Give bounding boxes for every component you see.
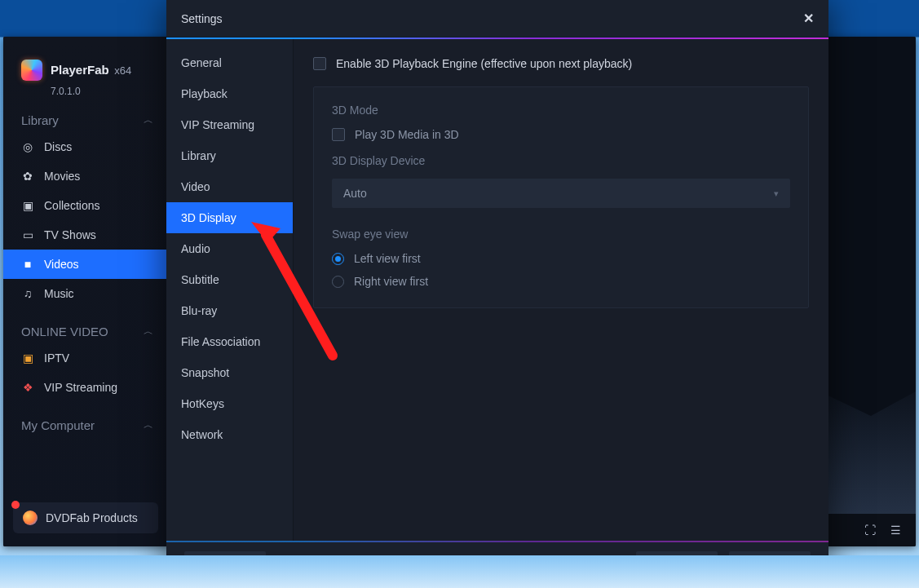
swap-left-radio[interactable] xyxy=(332,253,344,265)
sidebar-section-label: Library xyxy=(21,113,59,127)
sidebar-item-movies[interactable]: ✿Movies xyxy=(3,161,168,191)
nav-audio[interactable]: Audio xyxy=(166,233,293,264)
iptv-icon: ▣ xyxy=(21,351,34,365)
sidebar-section-computer[interactable]: My Computer ︿ xyxy=(3,402,168,437)
nav-library[interactable]: Library xyxy=(166,140,293,171)
fullscreen-icon[interactable]: ⛶ xyxy=(864,524,876,537)
sidebar-section-library[interactable]: Library ︿ xyxy=(3,97,168,132)
dialog-nav: General Playback VIP Streaming Library V… xyxy=(166,39,294,541)
nav-subtitle[interactable]: Subtitle xyxy=(166,264,293,295)
app-sidebar: PlayerFab x64 7.0.1.0 Library ︿ ◎Discs ✿… xyxy=(3,37,168,546)
dvdfab-logo-icon xyxy=(23,511,38,525)
sidebar-section-online[interactable]: ONLINE VIDEO ︿ xyxy=(3,308,168,343)
app-logo-icon xyxy=(21,60,42,81)
sidebar-item-label: Movies xyxy=(44,170,80,183)
notification-dot-icon xyxy=(11,501,20,509)
nav-playback[interactable]: Playback xyxy=(166,78,293,109)
ok-button[interactable]: OK xyxy=(636,551,718,579)
nav-blu-ray[interactable]: Blu-ray xyxy=(166,295,293,326)
sidebar-bottom-label: DVDFab Products xyxy=(46,511,138,524)
sidebar-item-discs[interactable]: ◎Discs xyxy=(3,132,168,161)
nav-video[interactable]: Video xyxy=(166,171,293,202)
nav-network[interactable]: Network xyxy=(166,419,293,450)
video-icon: ■ xyxy=(21,258,34,271)
disc-icon: ◎ xyxy=(21,140,34,153)
nav-file-association[interactable]: File Association xyxy=(166,326,293,357)
list-icon[interactable]: ☰ xyxy=(890,524,901,537)
play-3d-media-checkbox[interactable] xyxy=(332,128,345,141)
chevron-up-icon: ︿ xyxy=(144,113,153,127)
swap-left-label: Left view first xyxy=(354,252,421,265)
nav-general[interactable]: General xyxy=(166,47,293,78)
settings-dialog: Settings ✕ General Playback VIP Streamin… xyxy=(166,0,828,588)
swap-left-row[interactable]: Left view first xyxy=(332,252,790,265)
chevron-up-icon: ︿ xyxy=(144,418,153,432)
tv-icon: ▭ xyxy=(21,228,34,241)
dialog-footer: Default OK Cancel xyxy=(166,542,828,588)
sidebar-item-label: Collections xyxy=(44,199,99,212)
3d-device-select[interactable]: Auto ▾ xyxy=(332,179,790,208)
nav-hotkeys[interactable]: HotKeys xyxy=(166,388,293,419)
3d-device-header: 3D Display Device xyxy=(332,154,790,167)
play-3d-media-label: Play 3D Media in 3D xyxy=(355,128,459,141)
app-arch: x64 xyxy=(114,64,131,77)
nav-3d-display[interactable]: 3D Display xyxy=(166,202,293,233)
dialog-footer-divider xyxy=(166,541,828,542)
enable-3d-label: Enable 3D Playback Engine (effective upo… xyxy=(336,57,632,70)
swap-right-radio[interactable] xyxy=(332,276,344,288)
nav-vip-streaming[interactable]: VIP Streaming xyxy=(166,109,293,140)
sidebar-section-label: My Computer xyxy=(21,418,95,432)
desktop-background: ▾ — ▢ ✕ PlayerFab x64 7.0.1.0 Library ︿ … xyxy=(0,0,919,588)
enable-3d-checkbox[interactable] xyxy=(313,57,326,70)
sidebar-dvdfab-products[interactable]: DVDFab Products xyxy=(13,502,158,533)
app-version: 7.0.1.0 xyxy=(3,86,168,97)
enable-3d-row[interactable]: Enable 3D Playback Engine (effective upo… xyxy=(313,57,809,70)
sidebar-item-label: Discs xyxy=(44,140,72,153)
sidebar-item-vip[interactable]: ❖VIP Streaming xyxy=(3,373,168,402)
swap-right-label: Right view first xyxy=(354,275,428,288)
dialog-title: Settings xyxy=(181,12,223,25)
dialog-body: General Playback VIP Streaming Library V… xyxy=(166,39,828,541)
sidebar-item-videos[interactable]: ■Videos xyxy=(3,250,168,279)
sidebar-item-collections[interactable]: ▣Collections xyxy=(3,191,168,220)
film-icon: ✿ xyxy=(21,170,34,183)
swap-right-row[interactable]: Right view first xyxy=(332,275,790,288)
sidebar-item-label: TV Shows xyxy=(44,228,96,241)
music-icon: ♫ xyxy=(21,287,34,300)
sidebar-item-music[interactable]: ♫Music xyxy=(3,279,168,308)
nav-snapshot[interactable]: Snapshot xyxy=(166,357,293,388)
sidebar-item-tvshows[interactable]: ▭TV Shows xyxy=(3,220,168,250)
3d-mode-panel: 3D Mode Play 3D Media in 3D 3D Display D… xyxy=(313,86,809,308)
swap-eye-header: Swap eye view xyxy=(332,228,790,241)
3d-device-value: Auto xyxy=(343,187,367,200)
sidebar-item-label: IPTV xyxy=(44,351,69,365)
dialog-close-icon[interactable]: ✕ xyxy=(803,11,814,26)
sidebar-item-label: Videos xyxy=(44,258,79,271)
sidebar-section-label: ONLINE VIDEO xyxy=(21,325,108,338)
chevron-down-icon: ▾ xyxy=(774,188,779,199)
collection-icon: ▣ xyxy=(21,199,34,212)
play-3d-media-row[interactable]: Play 3D Media in 3D xyxy=(332,128,790,141)
dialog-content: Enable 3D Playback Engine (effective upo… xyxy=(294,39,828,541)
dialog-header: Settings ✕ xyxy=(166,0,828,38)
app-name: PlayerFab xyxy=(51,63,109,77)
default-button[interactable]: Default xyxy=(184,551,266,579)
vip-icon: ❖ xyxy=(21,381,34,394)
cancel-button[interactable]: Cancel xyxy=(729,551,811,579)
chevron-up-icon: ︿ xyxy=(144,325,153,338)
sidebar-item-label: Music xyxy=(44,287,74,300)
sidebar-item-label: VIP Streaming xyxy=(44,381,117,394)
3d-mode-header: 3D Mode xyxy=(332,104,790,117)
sidebar-item-iptv[interactable]: ▣IPTV xyxy=(3,343,168,373)
app-brand: PlayerFab x64 xyxy=(3,37,168,84)
